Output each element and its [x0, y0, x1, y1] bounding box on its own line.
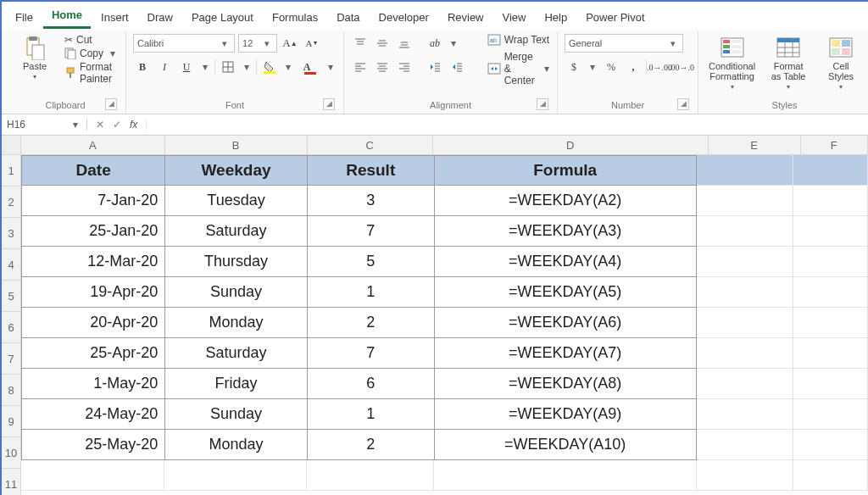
cell[interactable]: 7 — [308, 338, 435, 369]
enter-icon[interactable]: ✓ — [113, 119, 121, 131]
menu-item-help[interactable]: Help — [536, 8, 576, 29]
column-header[interactable]: F — [801, 136, 869, 154]
cell[interactable] — [793, 186, 868, 216]
decrease-decimal-button[interactable]: .00→.0 — [672, 58, 691, 76]
cell[interactable] — [793, 216, 868, 247]
cell[interactable] — [793, 430, 868, 460]
cell[interactable] — [793, 155, 868, 186]
cell[interactable]: 1 — [308, 399, 435, 430]
cell[interactable]: =WEEKDAY(A10) — [435, 430, 697, 460]
cell[interactable] — [307, 460, 434, 491]
cell[interactable]: =WEEKDAY(A4) — [435, 247, 697, 277]
cell[interactable]: 7 — [308, 216, 435, 247]
cell[interactable] — [697, 399, 793, 430]
cell[interactable]: =WEEKDAY(A8) — [435, 369, 697, 399]
row-header[interactable]: 11 — [2, 469, 20, 495]
font-size-select[interactable]: 12▾ — [238, 34, 277, 53]
column-header[interactable]: D — [433, 136, 709, 154]
row-header[interactable]: 1 — [2, 155, 20, 186]
cell[interactable] — [434, 460, 697, 491]
row-header[interactable]: 10 — [2, 437, 20, 469]
cell[interactable] — [697, 277, 793, 308]
cell[interactable]: 19-Apr-20 — [21, 277, 165, 308]
cell[interactable] — [697, 155, 793, 186]
cell[interactable] — [793, 460, 868, 491]
row-header[interactable]: 5 — [2, 281, 20, 312]
cell[interactable] — [793, 399, 868, 430]
align-bottom-button[interactable] — [395, 34, 414, 53]
format-as-table-button[interactable]: Format as Table▾ — [765, 34, 811, 92]
select-all-button[interactable] — [2, 136, 20, 155]
cell[interactable]: 20-Apr-20 — [21, 308, 165, 338]
cell[interactable] — [697, 369, 793, 399]
cell[interactable]: 3 — [308, 186, 435, 216]
cell[interactable]: =WEEKDAY(A6) — [435, 308, 697, 338]
align-left-button[interactable] — [351, 58, 370, 76]
menu-item-data[interactable]: Data — [328, 8, 368, 29]
column-header[interactable]: B — [165, 136, 308, 154]
cell[interactable] — [21, 460, 164, 491]
increase-indent-button[interactable] — [448, 58, 466, 76]
cell[interactable]: Sunday — [165, 399, 308, 430]
cell[interactable]: Monday — [165, 430, 308, 460]
menu-item-draw[interactable]: Draw — [139, 8, 181, 29]
cell[interactable]: 7-Jan-20 — [21, 186, 165, 216]
cell[interactable] — [697, 338, 793, 369]
dialog-launcher-icon[interactable]: ◢ — [105, 98, 117, 110]
menu-item-review[interactable]: Review — [439, 8, 492, 29]
paste-button[interactable]: Paste ▾ — [12, 34, 58, 82]
dialog-launcher-icon[interactable]: ◢ — [323, 98, 335, 110]
fill-color-button[interactable] — [260, 58, 279, 76]
row-header[interactable]: 3 — [2, 218, 20, 249]
cell[interactable]: =WEEKDAY(A2) — [435, 186, 697, 216]
cell[interactable]: =WEEKDAY(A5) — [435, 277, 697, 308]
menu-item-page-layout[interactable]: Page Layout — [183, 8, 262, 29]
dialog-launcher-icon[interactable]: ◢ — [537, 98, 548, 110]
conditional-formatting-button[interactable]: Conditional Formatting▾ — [705, 34, 759, 92]
increase-decimal-button[interactable]: .0→.00 — [650, 58, 669, 76]
cell[interactable] — [793, 369, 868, 399]
row-header[interactable]: 6 — [2, 312, 20, 343]
table-header-cell[interactable]: Weekday — [165, 155, 308, 186]
cell[interactable]: 25-Jan-20 — [21, 216, 165, 247]
comma-format-button[interactable]: , — [624, 58, 643, 76]
cell[interactable]: 12-Mar-20 — [21, 247, 165, 277]
cell[interactable] — [164, 460, 307, 491]
chevron-down-icon[interactable]: ▾ — [448, 37, 459, 49]
format-painter-button[interactable]: Format Painter — [64, 61, 119, 85]
row-header[interactable]: 8 — [2, 375, 20, 406]
row-header[interactable]: 7 — [2, 343, 20, 375]
table-header-cell[interactable]: Date — [21, 155, 165, 186]
orientation-button[interactable]: ab — [426, 34, 444, 53]
cell[interactable]: =WEEKDAY(A3) — [435, 216, 697, 247]
cell[interactable]: Saturday — [165, 338, 308, 369]
align-right-button[interactable] — [395, 58, 414, 76]
cell[interactable]: 25-Apr-20 — [21, 338, 165, 369]
menu-item-home[interactable]: Home — [43, 5, 91, 29]
row-header[interactable]: 4 — [2, 249, 20, 281]
cell[interactable]: 6 — [308, 369, 435, 399]
menu-item-insert[interactable]: Insert — [92, 8, 137, 29]
chevron-down-icon[interactable]: ▾ — [587, 61, 598, 73]
cell[interactable] — [793, 338, 868, 369]
cell-styles-button[interactable]: Cell Styles▾ — [818, 34, 864, 92]
fx-icon[interactable]: fx — [130, 119, 137, 131]
copy-button[interactable]: Copy ▾ — [64, 47, 119, 59]
row-header[interactable]: 2 — [2, 186, 20, 218]
increase-font-button[interactable]: A▲ — [281, 34, 299, 53]
menu-item-power-pivot[interactable]: Power Pivot — [577, 8, 653, 29]
chevron-down-icon[interactable]: ▾ — [199, 61, 211, 73]
cell[interactable]: Tuesday — [165, 186, 308, 216]
underline-button[interactable]: U — [177, 58, 196, 76]
cancel-icon[interactable]: ✕ — [96, 119, 104, 131]
cell[interactable]: Friday — [165, 369, 308, 399]
align-top-button[interactable] — [351, 34, 370, 53]
decrease-font-button[interactable]: A▼ — [303, 34, 321, 53]
cell[interactable]: Sunday — [165, 277, 308, 308]
column-header[interactable]: A — [21, 136, 165, 154]
accounting-format-button[interactable]: $ — [565, 58, 583, 76]
merge-center-button[interactable]: Merge & Center ▾ — [487, 51, 550, 86]
align-middle-button[interactable] — [373, 34, 392, 53]
cell[interactable]: =WEEKDAY(A9) — [435, 399, 697, 430]
align-center-button[interactable] — [373, 58, 392, 76]
